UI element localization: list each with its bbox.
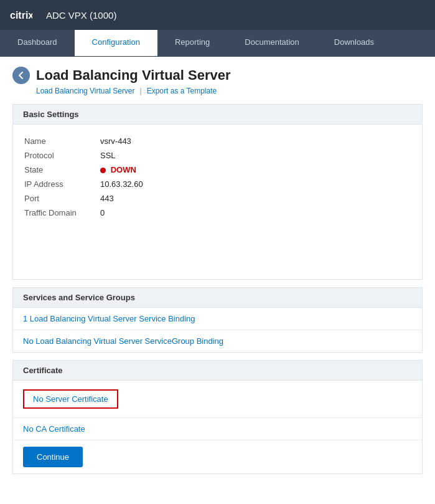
table-row: Protocol SSL	[24, 149, 411, 162]
svg-text:citrix.: citrix.	[10, 10, 32, 21]
field-label-name: Name	[24, 135, 99, 148]
service-group-binding-row: No Load Balancing Virtual Server Service…	[13, 330, 422, 352]
tab-documentation[interactable]: Documentation	[227, 30, 316, 56]
tab-configuration[interactable]: Configuration	[75, 30, 157, 56]
table-row: IP Address 10.63.32.60	[24, 178, 411, 191]
page-header-row: Load Balancing Virtual Server	[12, 67, 423, 84]
breadcrumb-separator: |	[140, 87, 142, 95]
page-title: Load Balancing Virtual Server	[36, 67, 231, 83]
main-content: Load Balancing Virtual Server Load Balan…	[0, 57, 435, 504]
basic-settings-body: Name vsrv-443 Protocol SSL State DOWN	[13, 125, 422, 279]
table-row: State DOWN	[24, 163, 411, 176]
table-row: Name vsrv-443	[24, 135, 411, 148]
field-label-state: State	[24, 163, 99, 176]
basic-settings-section: Basic Settings Name vsrv-443 Protocol SS…	[12, 104, 423, 280]
tab-dashboard[interactable]: Dashboard	[0, 30, 75, 56]
field-value-port: 443	[100, 192, 411, 205]
field-value-protocol: SSL	[100, 149, 411, 162]
certificate-header: Certificate	[13, 361, 422, 381]
service-binding-row: 1 Load Balancing Virtual Server Service …	[13, 308, 422, 330]
nav-tabs: Dashboard Configuration Reporting Docume…	[0, 30, 435, 57]
services-section: Services and Service Groups 1 Load Balan…	[12, 287, 423, 353]
citrix-logo: citrix.	[10, 7, 36, 22]
settings-table: Name vsrv-443 Protocol SSL State DOWN	[23, 133, 412, 221]
status-badge: DOWN	[111, 165, 136, 174]
services-header: Services and Service Groups	[13, 288, 422, 308]
ca-cert-link[interactable]: No CA Certificate	[23, 424, 85, 434]
server-cert-highlight-box: No Server Certificate	[23, 389, 118, 409]
table-row: Port 443	[24, 192, 411, 205]
app-title: ADC VPX (1000)	[46, 10, 116, 21]
status-indicator	[100, 168, 106, 173]
field-value-ip: 10.63.32.60	[100, 178, 411, 191]
service-binding-link[interactable]: 1 Load Balancing Virtual Server Service …	[23, 314, 195, 323]
field-value-state: DOWN	[100, 163, 411, 176]
service-group-binding-link[interactable]: No Load Balancing Virtual Server Service…	[23, 336, 223, 346]
field-value-traffic-domain: 0	[100, 206, 411, 219]
tab-downloads[interactable]: Downloads	[317, 30, 391, 56]
field-label-ip: IP Address	[24, 178, 99, 191]
settings-spacer	[23, 221, 412, 270]
server-cert-link[interactable]: No Server Certificate	[33, 394, 108, 404]
basic-settings-header: Basic Settings	[13, 105, 422, 125]
field-value-name: vsrv-443	[100, 135, 411, 148]
breadcrumb: Load Balancing Virtual Server | Export a…	[36, 87, 423, 95]
field-label-port: Port	[24, 192, 99, 205]
continue-button-container: Continue	[13, 440, 422, 473]
certificate-section: Certificate No Server Certificate No CA …	[12, 360, 423, 474]
breadcrumb-link[interactable]: Load Balancing Virtual Server	[36, 87, 135, 95]
back-button[interactable]	[12, 67, 30, 84]
export-template-link[interactable]: Export as a Template	[147, 87, 217, 95]
ca-cert-row: No CA Certificate	[13, 418, 422, 440]
continue-button[interactable]: Continue	[23, 447, 83, 467]
field-label-protocol: Protocol	[24, 149, 99, 162]
table-row: Traffic Domain 0	[24, 206, 411, 219]
field-label-traffic-domain: Traffic Domain	[24, 206, 99, 219]
tab-reporting[interactable]: Reporting	[157, 30, 227, 56]
server-cert-row: No Server Certificate	[13, 381, 422, 418]
top-bar: citrix. ADC VPX (1000)	[0, 0, 435, 30]
